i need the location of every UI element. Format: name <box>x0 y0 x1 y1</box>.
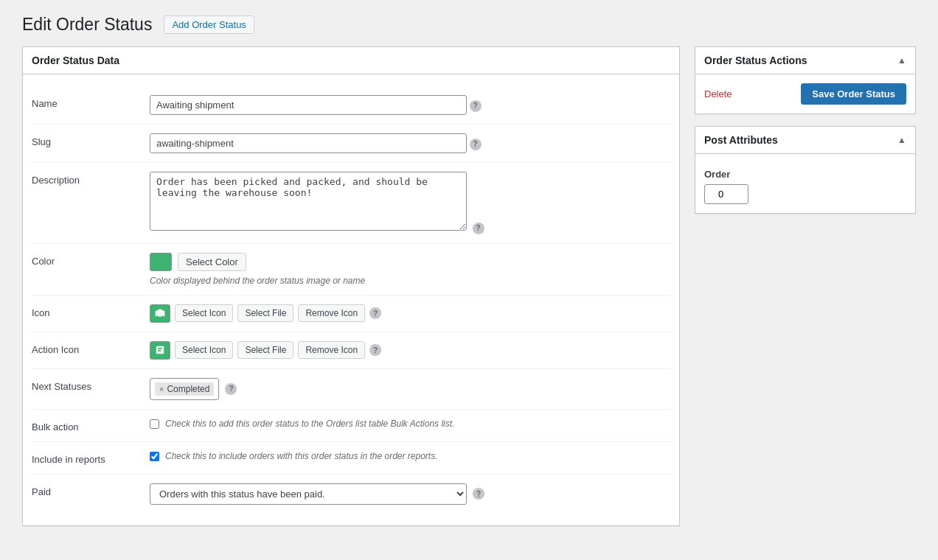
attributes-panel-title: Post Attributes <box>704 134 778 146</box>
svg-rect-0 <box>156 311 165 317</box>
sidebar: Order Status Actions ▲ Delete Save Order… <box>695 46 916 214</box>
action-icon-label: Action Icon <box>32 341 150 355</box>
include-reports-row: Include in reports Check this to include… <box>32 442 670 475</box>
icon-select-button[interactable]: Select Icon <box>175 304 233 322</box>
status-tag-remove-icon[interactable]: × <box>159 385 164 393</box>
color-swatch[interactable] <box>150 253 172 271</box>
attributes-collapse-icon[interactable]: ▲ <box>897 135 906 145</box>
bulk-action-text: Check this to add this order status to t… <box>165 419 454 429</box>
next-statuses-help-icon[interactable]: ? <box>225 383 237 395</box>
name-input[interactable] <box>150 95 467 115</box>
icon-remove-button[interactable]: Remove Icon <box>298 304 365 322</box>
paid-select[interactable]: Orders with this status have been paid. … <box>150 483 467 505</box>
attributes-panel-header: Post Attributes ▲ <box>695 127 915 154</box>
select-color-button[interactable]: Select Color <box>178 253 246 271</box>
icon-label: Icon <box>32 304 150 318</box>
name-label: Name <box>32 95 150 109</box>
actions-panel: Order Status Actions ▲ Delete Save Order… <box>695 46 916 114</box>
add-order-status-button[interactable]: Add Order Status <box>164 15 254 34</box>
color-hint: Color displayed behind the order status … <box>150 276 670 286</box>
slug-label: Slug <box>32 133 150 147</box>
svg-rect-5 <box>158 348 162 349</box>
icon-preview <box>150 304 170 323</box>
actions-panel-header: Order Status Actions ▲ <box>695 47 915 74</box>
status-tag-label: Completed <box>167 384 209 394</box>
description-textarea[interactable]: Order has been picked and packed, and sh… <box>150 172 467 231</box>
description-label: Description <box>32 172 150 186</box>
slug-row: Slug ? <box>32 125 670 163</box>
include-reports-text: Check this to include orders with this o… <box>165 451 438 461</box>
svg-point-3 <box>161 316 163 318</box>
page-title: Edit Order Status <box>22 15 152 35</box>
delete-link[interactable]: Delete <box>704 88 732 99</box>
paid-row: Paid Orders with this status have been p… <box>32 475 670 514</box>
name-help-icon[interactable]: ? <box>470 100 482 112</box>
actions-panel-title: Order Status Actions <box>704 55 807 66</box>
bulk-action-checkbox[interactable] <box>150 419 159 429</box>
order-label: Order <box>704 169 906 180</box>
color-row: Color Select Color Color displayed behin… <box>32 244 670 295</box>
svg-rect-6 <box>158 350 161 351</box>
paid-help-icon[interactable]: ? <box>473 488 484 500</box>
main-panel-header: Order Status Data <box>23 47 679 74</box>
icon-row: Icon Select Icon <box>32 295 670 332</box>
color-label: Color <box>32 253 150 267</box>
completed-status-tag[interactable]: × Completed <box>155 382 214 396</box>
order-input[interactable] <box>704 184 748 204</box>
action-icon-help-icon[interactable]: ? <box>369 344 381 356</box>
action-icon-preview <box>150 341 170 360</box>
next-statuses-label: Next Statuses <box>32 378 150 392</box>
include-reports-checkbox[interactable] <box>150 452 159 461</box>
attributes-panel: Post Attributes ▲ Order <box>695 126 916 214</box>
slug-help-icon[interactable]: ? <box>470 139 482 150</box>
description-help-icon[interactable]: ? <box>473 223 484 234</box>
save-order-status-button[interactable]: Save Order Status <box>801 83 906 105</box>
description-row: Description Order has been picked and pa… <box>32 163 670 244</box>
action-icon-select-file-button[interactable]: Select File <box>237 341 293 359</box>
icon-help-icon[interactable]: ? <box>369 307 381 319</box>
svg-point-2 <box>156 316 158 318</box>
bulk-action-label: Bulk action <box>32 419 150 433</box>
actions-collapse-icon[interactable]: ▲ <box>897 55 906 66</box>
bulk-action-row: Bulk action Check this to add this order… <box>32 410 670 442</box>
name-row: Name ? <box>32 86 670 125</box>
include-reports-label: Include in reports <box>32 451 150 465</box>
slug-input[interactable] <box>150 133 467 153</box>
main-panel: Order Status Data Name ? Slug ? <box>22 46 680 526</box>
next-statuses-row: Next Statuses × Completed ? <box>32 369 670 410</box>
action-icon-remove-button[interactable]: Remove Icon <box>298 341 365 359</box>
icon-select-file-button[interactable]: Select File <box>237 304 293 322</box>
next-statuses-input[interactable]: × Completed <box>150 378 219 400</box>
paid-label: Paid <box>32 483 150 497</box>
svg-rect-1 <box>158 309 162 312</box>
action-icon-select-button[interactable]: Select Icon <box>175 341 233 359</box>
action-icon-row: Action Icon Select Icon Sel <box>32 332 670 369</box>
